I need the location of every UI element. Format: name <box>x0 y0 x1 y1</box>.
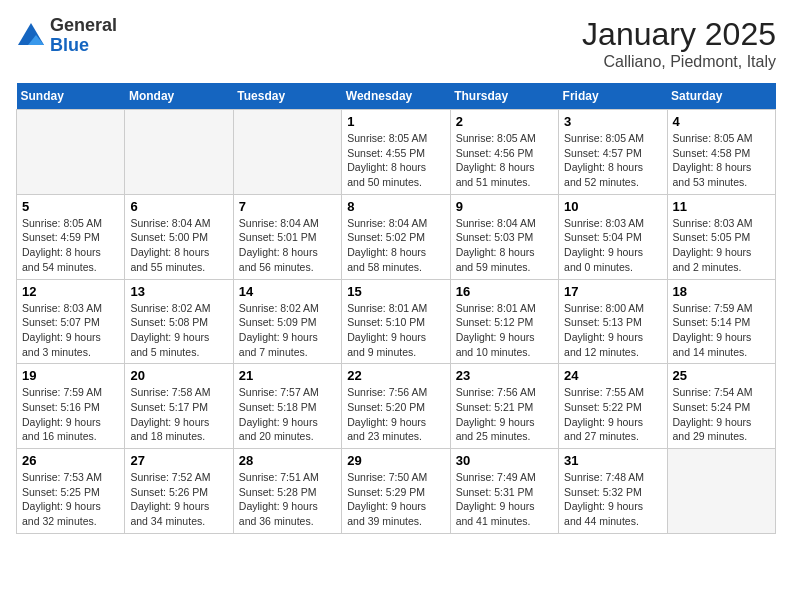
day-info: Sunrise: 7:52 AM Sunset: 5:26 PM Dayligh… <box>130 470 227 529</box>
day-info: Sunrise: 8:03 AM Sunset: 5:07 PM Dayligh… <box>22 301 119 360</box>
logo-general: General <box>50 16 117 36</box>
day-number: 5 <box>22 199 119 214</box>
calendar-cell: 22Sunrise: 7:56 AM Sunset: 5:20 PM Dayli… <box>342 364 450 449</box>
calendar-week-row: 26Sunrise: 7:53 AM Sunset: 5:25 PM Dayli… <box>17 449 776 534</box>
day-number: 20 <box>130 368 227 383</box>
calendar-cell: 15Sunrise: 8:01 AM Sunset: 5:10 PM Dayli… <box>342 279 450 364</box>
day-number: 7 <box>239 199 336 214</box>
day-number: 18 <box>673 284 770 299</box>
calendar-cell: 31Sunrise: 7:48 AM Sunset: 5:32 PM Dayli… <box>559 449 667 534</box>
calendar-cell: 26Sunrise: 7:53 AM Sunset: 5:25 PM Dayli… <box>17 449 125 534</box>
day-number: 22 <box>347 368 444 383</box>
page-title: January 2025 <box>582 16 776 53</box>
day-info: Sunrise: 7:51 AM Sunset: 5:28 PM Dayligh… <box>239 470 336 529</box>
calendar-cell: 14Sunrise: 8:02 AM Sunset: 5:09 PM Dayli… <box>233 279 341 364</box>
day-info: Sunrise: 7:57 AM Sunset: 5:18 PM Dayligh… <box>239 385 336 444</box>
weekday-header: Tuesday <box>233 83 341 110</box>
weekday-header: Saturday <box>667 83 775 110</box>
day-info: Sunrise: 7:54 AM Sunset: 5:24 PM Dayligh… <box>673 385 770 444</box>
day-info: Sunrise: 8:05 AM Sunset: 4:56 PM Dayligh… <box>456 131 553 190</box>
calendar-cell: 23Sunrise: 7:56 AM Sunset: 5:21 PM Dayli… <box>450 364 558 449</box>
day-number: 3 <box>564 114 661 129</box>
day-info: Sunrise: 8:04 AM Sunset: 5:02 PM Dayligh… <box>347 216 444 275</box>
day-number: 14 <box>239 284 336 299</box>
calendar-cell: 24Sunrise: 7:55 AM Sunset: 5:22 PM Dayli… <box>559 364 667 449</box>
calendar-cell: 3Sunrise: 8:05 AM Sunset: 4:57 PM Daylig… <box>559 110 667 195</box>
day-info: Sunrise: 8:01 AM Sunset: 5:10 PM Dayligh… <box>347 301 444 360</box>
day-info: Sunrise: 8:03 AM Sunset: 5:04 PM Dayligh… <box>564 216 661 275</box>
day-number: 6 <box>130 199 227 214</box>
day-number: 25 <box>673 368 770 383</box>
day-number: 12 <box>22 284 119 299</box>
calendar-cell <box>667 449 775 534</box>
logo-blue: Blue <box>50 36 117 56</box>
day-number: 11 <box>673 199 770 214</box>
day-number: 26 <box>22 453 119 468</box>
day-number: 24 <box>564 368 661 383</box>
day-info: Sunrise: 7:58 AM Sunset: 5:17 PM Dayligh… <box>130 385 227 444</box>
day-info: Sunrise: 7:59 AM Sunset: 5:14 PM Dayligh… <box>673 301 770 360</box>
calendar-cell: 5Sunrise: 8:05 AM Sunset: 4:59 PM Daylig… <box>17 194 125 279</box>
day-info: Sunrise: 8:02 AM Sunset: 5:08 PM Dayligh… <box>130 301 227 360</box>
calendar-cell: 8Sunrise: 8:04 AM Sunset: 5:02 PM Daylig… <box>342 194 450 279</box>
calendar-cell: 4Sunrise: 8:05 AM Sunset: 4:58 PM Daylig… <box>667 110 775 195</box>
day-info: Sunrise: 7:56 AM Sunset: 5:20 PM Dayligh… <box>347 385 444 444</box>
day-info: Sunrise: 8:02 AM Sunset: 5:09 PM Dayligh… <box>239 301 336 360</box>
day-info: Sunrise: 8:04 AM Sunset: 5:01 PM Dayligh… <box>239 216 336 275</box>
calendar-cell: 12Sunrise: 8:03 AM Sunset: 5:07 PM Dayli… <box>17 279 125 364</box>
day-number: 28 <box>239 453 336 468</box>
calendar-week-row: 5Sunrise: 8:05 AM Sunset: 4:59 PM Daylig… <box>17 194 776 279</box>
weekday-header: Wednesday <box>342 83 450 110</box>
calendar-cell: 2Sunrise: 8:05 AM Sunset: 4:56 PM Daylig… <box>450 110 558 195</box>
calendar-cell: 30Sunrise: 7:49 AM Sunset: 5:31 PM Dayli… <box>450 449 558 534</box>
weekday-header: Friday <box>559 83 667 110</box>
calendar-cell <box>233 110 341 195</box>
day-info: Sunrise: 7:48 AM Sunset: 5:32 PM Dayligh… <box>564 470 661 529</box>
day-number: 29 <box>347 453 444 468</box>
day-number: 17 <box>564 284 661 299</box>
day-number: 27 <box>130 453 227 468</box>
calendar-week-row: 12Sunrise: 8:03 AM Sunset: 5:07 PM Dayli… <box>17 279 776 364</box>
calendar-cell <box>17 110 125 195</box>
day-info: Sunrise: 8:04 AM Sunset: 5:03 PM Dayligh… <box>456 216 553 275</box>
day-number: 10 <box>564 199 661 214</box>
day-number: 2 <box>456 114 553 129</box>
calendar-cell: 6Sunrise: 8:04 AM Sunset: 5:00 PM Daylig… <box>125 194 233 279</box>
day-info: Sunrise: 8:01 AM Sunset: 5:12 PM Dayligh… <box>456 301 553 360</box>
logo-icon <box>16 21 46 51</box>
day-number: 13 <box>130 284 227 299</box>
calendar-cell: 7Sunrise: 8:04 AM Sunset: 5:01 PM Daylig… <box>233 194 341 279</box>
calendar-cell: 10Sunrise: 8:03 AM Sunset: 5:04 PM Dayli… <box>559 194 667 279</box>
logo: General Blue <box>16 16 117 56</box>
calendar-cell: 17Sunrise: 8:00 AM Sunset: 5:13 PM Dayli… <box>559 279 667 364</box>
calendar-cell: 16Sunrise: 8:01 AM Sunset: 5:12 PM Dayli… <box>450 279 558 364</box>
day-number: 19 <box>22 368 119 383</box>
calendar-table: SundayMondayTuesdayWednesdayThursdayFrid… <box>16 83 776 534</box>
calendar-cell: 28Sunrise: 7:51 AM Sunset: 5:28 PM Dayli… <box>233 449 341 534</box>
calendar-cell: 27Sunrise: 7:52 AM Sunset: 5:26 PM Dayli… <box>125 449 233 534</box>
weekday-header-row: SundayMondayTuesdayWednesdayThursdayFrid… <box>17 83 776 110</box>
day-info: Sunrise: 8:00 AM Sunset: 5:13 PM Dayligh… <box>564 301 661 360</box>
calendar-cell: 20Sunrise: 7:58 AM Sunset: 5:17 PM Dayli… <box>125 364 233 449</box>
day-number: 21 <box>239 368 336 383</box>
page-header: General Blue January 2025 Calliano, Pied… <box>16 16 776 71</box>
calendar-cell: 1Sunrise: 8:05 AM Sunset: 4:55 PM Daylig… <box>342 110 450 195</box>
title-block: January 2025 Calliano, Piedmont, Italy <box>582 16 776 71</box>
day-info: Sunrise: 7:49 AM Sunset: 5:31 PM Dayligh… <box>456 470 553 529</box>
day-info: Sunrise: 8:03 AM Sunset: 5:05 PM Dayligh… <box>673 216 770 275</box>
calendar-week-row: 19Sunrise: 7:59 AM Sunset: 5:16 PM Dayli… <box>17 364 776 449</box>
day-info: Sunrise: 7:59 AM Sunset: 5:16 PM Dayligh… <box>22 385 119 444</box>
day-info: Sunrise: 8:04 AM Sunset: 5:00 PM Dayligh… <box>130 216 227 275</box>
calendar-cell: 18Sunrise: 7:59 AM Sunset: 5:14 PM Dayli… <box>667 279 775 364</box>
day-number: 16 <box>456 284 553 299</box>
calendar-cell <box>125 110 233 195</box>
day-info: Sunrise: 8:05 AM Sunset: 4:55 PM Dayligh… <box>347 131 444 190</box>
day-number: 23 <box>456 368 553 383</box>
calendar-cell: 21Sunrise: 7:57 AM Sunset: 5:18 PM Dayli… <box>233 364 341 449</box>
calendar-cell: 11Sunrise: 8:03 AM Sunset: 5:05 PM Dayli… <box>667 194 775 279</box>
day-number: 8 <box>347 199 444 214</box>
day-info: Sunrise: 7:56 AM Sunset: 5:21 PM Dayligh… <box>456 385 553 444</box>
day-info: Sunrise: 8:05 AM Sunset: 4:59 PM Dayligh… <box>22 216 119 275</box>
day-number: 31 <box>564 453 661 468</box>
calendar-cell: 19Sunrise: 7:59 AM Sunset: 5:16 PM Dayli… <box>17 364 125 449</box>
